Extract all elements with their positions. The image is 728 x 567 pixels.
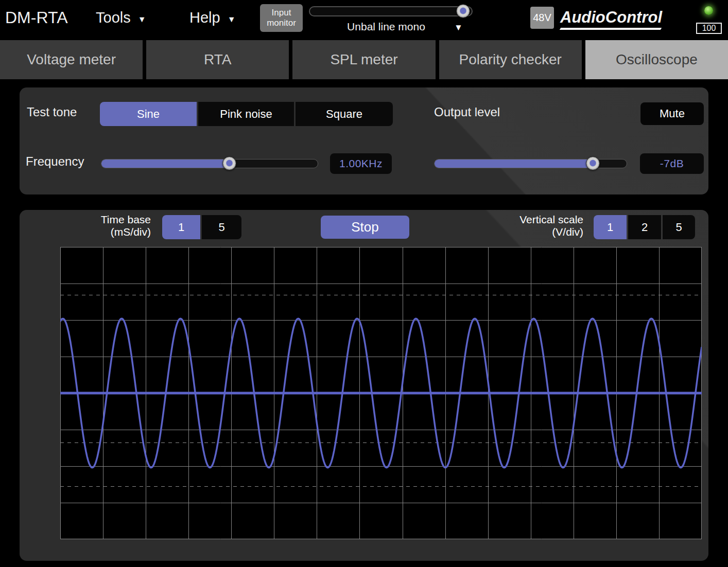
- help-menu-label: Help: [189, 9, 220, 26]
- tools-menu-label: Tools: [96, 9, 131, 26]
- vertical-scale-label-line2: (V/div): [493, 226, 583, 238]
- input-monitor-button[interactable]: Input monitor: [260, 4, 303, 32]
- power-led-icon: [704, 6, 713, 15]
- time-base-5-button[interactable]: 5: [202, 215, 241, 239]
- stop-button[interactable]: Stop: [321, 216, 409, 239]
- slider-fill: [101, 160, 229, 168]
- mute-button[interactable]: Mute: [640, 102, 704, 125]
- tab-rta[interactable]: RTA: [146, 40, 289, 79]
- vscale-2-button[interactable]: 2: [628, 215, 661, 239]
- scope-display: [60, 247, 702, 539]
- time-base-label: Time base (mS/div): [61, 214, 151, 238]
- frequency-slider[interactable]: [101, 156, 318, 171]
- slider-thumb[interactable]: [456, 4, 470, 18]
- tab-voltage-meter[interactable]: Voltage meter: [0, 40, 143, 79]
- output-level-slider[interactable]: [434, 156, 627, 171]
- time-base-1-button[interactable]: 1: [162, 215, 200, 239]
- tone-selector: Sine Pink noise Square: [100, 102, 393, 126]
- tools-menu[interactable]: Tools ▼: [96, 9, 146, 26]
- input-select[interactable]: Unbal line mono: [309, 21, 463, 33]
- phantom-48v-button[interactable]: 48V: [530, 7, 554, 29]
- chevron-down-icon: ▼: [228, 12, 236, 24]
- vertical-scale-label-line1: Vertical scale: [493, 214, 583, 226]
- tab-spl-meter[interactable]: SPL meter: [292, 40, 435, 79]
- oscilloscope-panel: Time base (mS/div) 1 5 Stop Vertical sca…: [20, 210, 708, 561]
- frequency-label: Frequency: [26, 154, 84, 169]
- vertical-scale-label: Vertical scale (V/div): [493, 214, 583, 238]
- input-select-value: Unbal line mono: [347, 21, 425, 32]
- frequency-value: 1.00KHz: [330, 153, 392, 174]
- time-base-selector: 1 5: [162, 215, 241, 239]
- pink-noise-button[interactable]: Pink noise: [198, 102, 294, 126]
- top-bar: DM-RTA Tools ▼ Help ▼ Input monitor Unba…: [0, 0, 728, 39]
- slider-fill: [435, 160, 592, 168]
- test-tone-panel: Test tone Sine Pink noise Square Output …: [20, 87, 708, 194]
- output-level-value: -7dB: [640, 153, 704, 174]
- tab-oscilloscope[interactable]: Oscilloscope: [585, 40, 728, 79]
- vertical-scale-selector: 1 2 5: [594, 215, 695, 239]
- sine-button[interactable]: Sine: [100, 102, 197, 126]
- chevron-down-icon[interactable]: ▼: [454, 23, 463, 33]
- chevron-down-icon: ▼: [138, 12, 146, 24]
- app-title: DM-RTA: [5, 8, 67, 27]
- slider-thumb[interactable]: [222, 156, 236, 170]
- vscale-5-button[interactable]: 5: [663, 215, 695, 239]
- slider-thumb[interactable]: [586, 156, 600, 170]
- slider-track[interactable]: [309, 6, 473, 16]
- time-base-label-line1: Time base: [61, 214, 151, 226]
- output-level-label: Output level: [434, 105, 500, 119]
- help-menu[interactable]: Help ▼: [189, 9, 236, 26]
- input-monitor-label-line1: Input: [272, 8, 291, 18]
- tab-bar: Voltage meter RTA SPL meter Polarity che…: [0, 40, 728, 79]
- test-tone-label: Test tone: [27, 105, 77, 119]
- square-button[interactable]: Square: [296, 102, 393, 126]
- time-base-label-line2: (mS/div): [61, 226, 151, 238]
- tab-polarity-checker[interactable]: Polarity checker: [439, 40, 582, 79]
- audiocontrol-logo: AudioControl: [560, 8, 662, 28]
- monitor-level-slider[interactable]: [309, 4, 473, 19]
- vscale-1-button[interactable]: 1: [594, 215, 627, 239]
- input-monitor-label-line2: monitor: [267, 18, 296, 28]
- battery-indicator: 100: [696, 23, 722, 34]
